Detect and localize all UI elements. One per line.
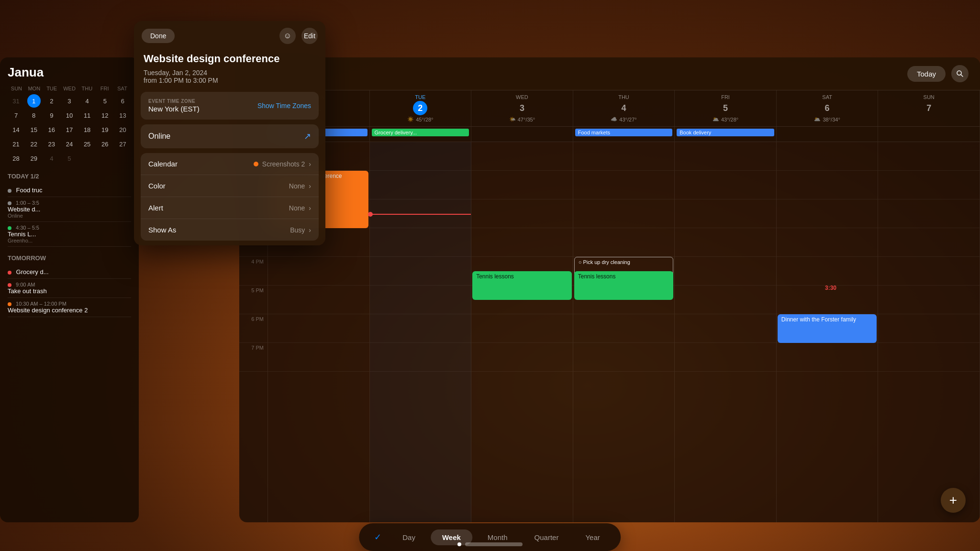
svg-line-1 (961, 75, 963, 77)
edit-button[interactable]: Edit (301, 28, 318, 44)
day-col-wed[interactable]: Tennis lessons (471, 142, 573, 522)
mini-day[interactable]: 20 (116, 123, 129, 136)
day-header-tue[interactable]: TUE 2 ☀️ 45°/28° (370, 90, 472, 126)
mini-day[interactable]: 2 (45, 94, 58, 108)
tab-day[interactable]: Day (391, 529, 427, 545)
mini-day[interactable]: 28 (10, 152, 23, 165)
mini-day[interactable]: 13 (116, 109, 129, 122)
day-header-fri[interactable]: FRI 5 🌥️ 43°/28° (675, 90, 777, 126)
tab-year[interactable]: Year (574, 529, 611, 545)
day-col-tue[interactable] (370, 142, 472, 522)
event-tennis-wed[interactable]: Tennis lessons (472, 271, 572, 300)
popup-color-row[interactable]: Color None › (141, 175, 319, 197)
tab-quarter[interactable]: Quarter (523, 529, 570, 545)
event-dinner-forster[interactable]: Dinner with the Forster family (778, 314, 877, 343)
sidebar-event-title: Grocery d... (8, 268, 131, 276)
weather-tue: ☀️ 45°/28° (376, 116, 466, 122)
mini-day[interactable]: 12 (98, 109, 111, 122)
sidebar-event-title: Website design conference 2 (8, 307, 131, 314)
mini-day[interactable]: 24 (63, 137, 76, 151)
mini-day[interactable]: 3 (63, 94, 76, 108)
sidebar-event-time: 9:00 AM (8, 282, 131, 287)
mini-day[interactable]: 8 (27, 109, 41, 122)
allday-event-book-delivery[interactable]: Book delivery (677, 129, 774, 136)
popup-show-as-row[interactable]: Show As Busy › (141, 219, 319, 241)
sidebar-event-tennis[interactable]: 4:30 – 5:5 Tennis L... Greenho... (8, 222, 131, 247)
popup-event-date: Tuesday, Jan 2, 2024 from 1:00 PM to 3:0… (134, 67, 325, 92)
day-header-wed[interactable]: WED 3 🌤️ 47°/35° (471, 90, 573, 126)
mini-day[interactable]: 7 (10, 109, 23, 122)
mini-day[interactable]: 11 (80, 109, 94, 122)
day-col-sat[interactable]: Dinner with the Forster family (777, 142, 879, 522)
mini-calendar-grid: 31 1 2 3 4 5 6 7 8 9 10 11 12 13 14 15 1… (8, 94, 131, 165)
mini-day[interactable]: 29 (27, 152, 41, 165)
sidebar-event-website2[interactable]: 10:30 AM – 12:00 PM Website design confe… (8, 298, 131, 317)
show-timezones-link[interactable]: Show Time Zones (257, 102, 311, 110)
sidebar-event-food-trucks[interactable]: Food truc (8, 184, 131, 197)
mini-day[interactable]: 6 (116, 94, 129, 108)
day-header-thu[interactable]: THU 4 ☁️ 43°/27° (573, 90, 675, 126)
day-header-sat[interactable]: SAT 6 🌥️ 38°/34° (777, 90, 879, 126)
sidebar-event-time: 4:30 – 5:5 (8, 225, 131, 231)
mini-day[interactable]: 9 (45, 109, 58, 122)
mini-day[interactable]: 18 (80, 123, 94, 136)
allday-fri[interactable]: Book delivery (675, 127, 777, 142)
allday-tue[interactable]: Grocery delivery... (370, 127, 472, 142)
calendar-main: Today MON 1 TUE 2 ☀️ 45°/28° WED 3 🌤️ (239, 57, 980, 522)
popup-event-title: Website design conference (134, 51, 325, 67)
mini-day[interactable]: 15 (27, 123, 41, 136)
day-header-sun[interactable]: SUN 7 (878, 90, 980, 126)
allday-event-grocery[interactable]: Grocery delivery... (372, 129, 469, 136)
emoji-button[interactable]: ☺ (279, 28, 296, 44)
mini-day[interactable]: 17 (63, 123, 76, 136)
mini-day[interactable]: 23 (45, 137, 58, 151)
mini-day[interactable]: 27 (116, 137, 129, 151)
day-col-thu[interactable]: ○ Pick up dry cleaning Tennis lessons (573, 142, 675, 522)
popup-location-row[interactable]: Online ↗ (141, 124, 319, 148)
mini-day[interactable]: 5 (63, 152, 76, 165)
weather-thu: ☁️ 43°/27° (579, 116, 669, 122)
event-dot (8, 226, 11, 230)
sidebar-tomorrow-section: TOMORROW Grocery d... 9:00 AM Take out t… (8, 254, 131, 317)
sidebar-event-trash[interactable]: 9:00 AM Take out trash (8, 279, 131, 298)
time-grid: 1 PM 2 PM 3 PM 4 PM 5 PM 6 PM 7 PM Websi… (239, 142, 980, 522)
sidebar-event-website[interactable]: 1:00 – 3:5 Website d... Online (8, 197, 131, 222)
popup-calendar-row[interactable]: Calendar Screenshots 2 › (141, 153, 319, 175)
popup-alert-row[interactable]: Alert None › (141, 197, 319, 219)
done-button[interactable]: Done (142, 29, 175, 43)
week-header: MON 1 TUE 2 ☀️ 45°/28° WED 3 🌤️ 47°/35° … (239, 90, 980, 127)
allday-sun (878, 127, 980, 142)
mini-day[interactable]: 25 (80, 137, 94, 151)
add-event-button[interactable]: + (941, 488, 966, 513)
allday-event-food-markets[interactable]: Food markets (575, 129, 673, 136)
weather-wed: 🌤️ 47°/35° (477, 116, 567, 122)
mini-day[interactable]: 5 (98, 94, 111, 108)
header-actions: Today (907, 65, 969, 82)
mini-day[interactable]: 26 (98, 137, 111, 151)
search-button[interactable] (951, 65, 969, 82)
mini-day[interactable]: 21 (10, 137, 23, 151)
allday-wed (471, 127, 573, 142)
sidebar-event-sub: Online (8, 213, 131, 219)
event-dot (8, 201, 11, 205)
weather-fri: 🌥️ 43°/28° (680, 116, 770, 122)
day-col-fri[interactable] (675, 142, 777, 522)
allday-thu[interactable]: Food markets (573, 127, 675, 142)
mini-day[interactable]: 4 (45, 152, 58, 165)
mini-day[interactable]: 16 (45, 123, 58, 136)
sidebar-event-grocery[interactable]: Grocery d... (8, 265, 131, 279)
today-button[interactable]: Today (907, 66, 946, 82)
event-dot (8, 271, 11, 275)
popup-topbar: Done ☺ Edit (134, 21, 325, 51)
page-bar (465, 542, 523, 546)
mini-day[interactable]: 19 (98, 123, 111, 136)
mini-day[interactable]: 10 (63, 109, 76, 122)
mini-day[interactable]: 31 (10, 94, 23, 108)
mini-day-today[interactable]: 1 (27, 94, 41, 108)
mini-day[interactable]: 4 (80, 94, 94, 108)
mini-day[interactable]: 14 (10, 123, 23, 136)
event-tennis-thu[interactable]: Tennis lessons (574, 271, 674, 300)
day-col-sun[interactable] (878, 142, 980, 522)
mini-day[interactable]: 22 (27, 137, 41, 151)
allday-sat (777, 127, 879, 142)
